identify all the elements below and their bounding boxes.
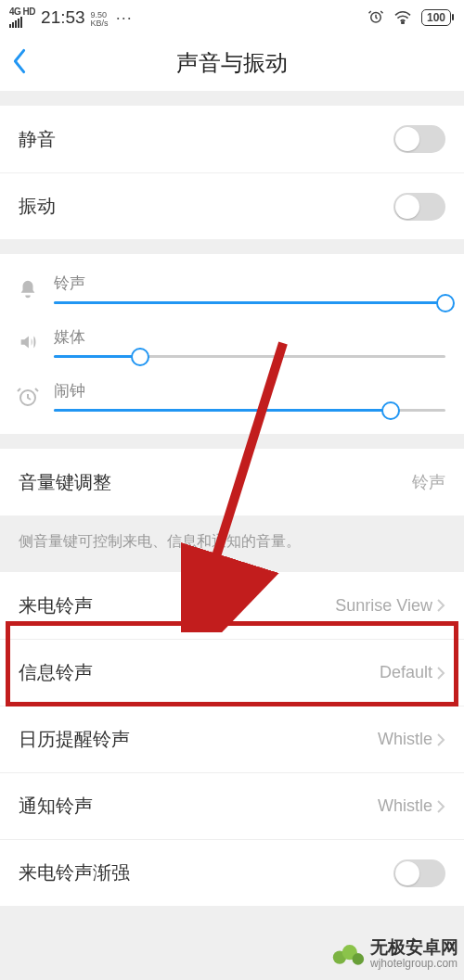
status-bar: 4G HD 21:53 9.50 KB/s ··· 100 bbox=[0, 0, 464, 35]
notification-ringtone-value: Whistle bbox=[378, 796, 445, 816]
ringtone-slider[interactable] bbox=[54, 301, 445, 304]
incoming-ringtone-label: 来电铃声 bbox=[19, 593, 93, 618]
message-ringtone-value: Default bbox=[380, 663, 445, 682]
volume-key-label: 音量键调整 bbox=[19, 470, 111, 495]
mute-toggle[interactable] bbox=[393, 125, 445, 153]
mute-label: 静音 bbox=[19, 127, 56, 152]
vibrate-row[interactable]: 振动 bbox=[0, 172, 464, 239]
alarm-icon bbox=[367, 8, 384, 28]
alarm-clock-icon bbox=[15, 386, 41, 408]
mute-row[interactable]: 静音 bbox=[0, 106, 464, 172]
calendar-ringtone-value: Whistle bbox=[378, 730, 445, 749]
calendar-ringtone-label: 日历提醒铃声 bbox=[19, 727, 130, 752]
incoming-ringtone-value: Sunrise View bbox=[335, 596, 445, 616]
network-speed: 9.50 KB/s bbox=[91, 11, 109, 28]
chevron-right-icon bbox=[436, 666, 445, 681]
notification-ringtone-row[interactable]: 通知铃声 Whistle bbox=[0, 772, 464, 839]
svg-point-1 bbox=[402, 21, 404, 23]
alarm-slider-row: 闹钟 bbox=[0, 369, 464, 423]
volume-key-row[interactable]: 音量键调整 铃声 bbox=[0, 449, 464, 515]
status-right: 100 bbox=[367, 8, 451, 28]
chevron-right-icon bbox=[436, 799, 445, 814]
vibrate-toggle[interactable] bbox=[393, 193, 445, 221]
vibrate-label: 振动 bbox=[19, 194, 56, 219]
watermark-title: 无极安卓网 bbox=[370, 938, 458, 958]
volume-key-value: 铃声 bbox=[412, 471, 445, 493]
alarm-slider[interactable] bbox=[54, 409, 445, 412]
volume-key-hint: 侧音量键可控制来电、信息和通知的音量。 bbox=[0, 515, 464, 572]
alarm-slider-label: 闹钟 bbox=[54, 380, 445, 401]
ringtone-slider-label: 铃声 bbox=[54, 273, 445, 294]
back-button[interactable] bbox=[11, 48, 28, 78]
chevron-right-icon bbox=[436, 598, 445, 613]
page-header: 声音与振动 bbox=[0, 35, 464, 91]
message-ringtone-row[interactable]: 信息铃声 Default bbox=[0, 639, 464, 706]
watermark-logo-icon bbox=[331, 937, 365, 971]
media-slider[interactable] bbox=[54, 355, 445, 358]
clock: 21:53 bbox=[41, 7, 85, 28]
signal-indicator: 4G HD bbox=[9, 7, 35, 28]
ascending-ringtone-toggle[interactable] bbox=[393, 859, 445, 887]
calendar-ringtone-row[interactable]: 日历提醒铃声 Whistle bbox=[0, 706, 464, 772]
volume-sliders: 铃声 媒体 闹钟 bbox=[0, 254, 464, 434]
page-title: 声音与振动 bbox=[176, 48, 288, 78]
svg-point-7 bbox=[353, 953, 365, 965]
battery-indicator: 100 bbox=[421, 9, 451, 26]
incoming-ringtone-row[interactable]: 来电铃声 Sunrise View bbox=[0, 572, 464, 639]
status-left: 4G HD 21:53 9.50 KB/s ··· bbox=[9, 7, 133, 28]
ringtone-slider-row: 铃声 bbox=[0, 261, 464, 315]
chevron-right-icon bbox=[436, 732, 445, 747]
signal-bars-icon bbox=[9, 17, 22, 28]
bell-icon bbox=[15, 278, 41, 300]
ascending-ringtone-row[interactable]: 来电铃声渐强 bbox=[0, 839, 464, 906]
more-icon: ··· bbox=[116, 8, 133, 28]
media-slider-row: 媒体 bbox=[0, 315, 464, 369]
media-slider-label: 媒体 bbox=[54, 326, 445, 348]
wifi-icon bbox=[393, 9, 412, 27]
speaker-icon bbox=[15, 332, 41, 352]
watermark-url: wjhotelgroup.com bbox=[370, 958, 458, 970]
network-type: 4G HD bbox=[9, 7, 35, 17]
message-ringtone-label: 信息铃声 bbox=[19, 660, 93, 685]
watermark: 无极安卓网 wjhotelgroup.com bbox=[331, 937, 458, 971]
ascending-ringtone-label: 来电铃声渐强 bbox=[19, 860, 130, 885]
notification-ringtone-label: 通知铃声 bbox=[19, 794, 93, 819]
